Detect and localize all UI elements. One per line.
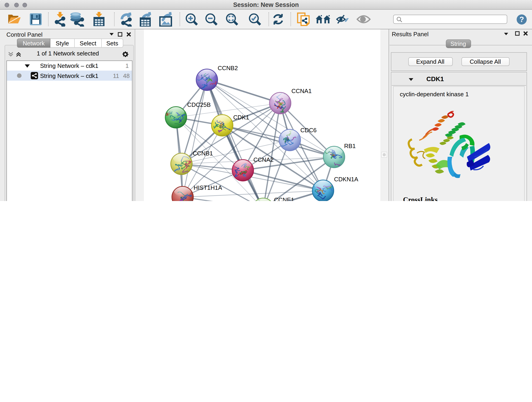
- svg-text:CCNB2: CCNB2: [218, 65, 238, 71]
- svg-text:RB1: RB1: [344, 143, 356, 149]
- svg-text:CDKN1A: CDKN1A: [334, 176, 358, 183]
- svg-text:CCNA2: CCNA2: [253, 156, 273, 163]
- svg-text:CCNB1: CCNB1: [193, 150, 213, 157]
- svg-text:CCNE1: CCNE1: [274, 196, 294, 201]
- svg-text:?: ?: [519, 15, 524, 24]
- svg-text:CDC6: CDC6: [300, 127, 317, 134]
- svg-text:HIST1H1A: HIST1H1A: [194, 184, 222, 191]
- svg-text:CDC25B: CDC25B: [187, 101, 211, 108]
- svg-text:CDK1: CDK1: [233, 114, 249, 121]
- svg-text:CCNA1: CCNA1: [291, 88, 312, 95]
